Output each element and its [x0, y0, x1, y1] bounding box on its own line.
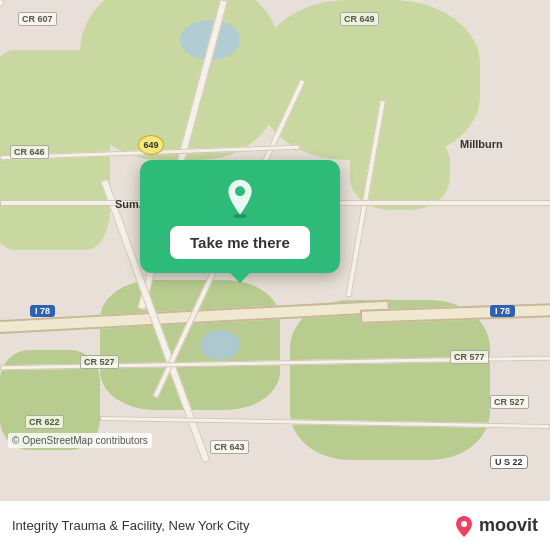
label-cr622: CR 622: [25, 415, 64, 429]
location-pin-icon: [220, 178, 260, 218]
take-me-there-card[interactable]: Take me there: [140, 160, 340, 273]
place-name-label: Integrity Trauma & Facility, New York Ci…: [12, 518, 249, 533]
label-cr577: CR 577: [450, 350, 489, 364]
moovit-logo-label: moovit: [479, 515, 538, 536]
take-me-there-overlay: Take me there: [140, 160, 340, 273]
label-cr607: CR 607: [18, 12, 57, 26]
green-area-4: [290, 300, 490, 460]
take-me-there-button[interactable]: Take me there: [170, 226, 310, 259]
svg-point-2: [461, 521, 467, 527]
label-i78-east: I 78: [490, 305, 515, 317]
label-cr649: CR 649: [340, 12, 379, 26]
label-us22: U S 22: [490, 455, 528, 469]
osm-credit: © OpenStreetMap contributors: [8, 433, 152, 448]
water-area-2: [200, 330, 240, 360]
label-cr527-top: CR 527: [490, 395, 529, 409]
label-cr643: CR 643: [210, 440, 249, 454]
green-area-1: [80, 0, 280, 160]
svg-point-1: [235, 186, 245, 196]
label-route649: 649: [138, 135, 164, 155]
map-container: CR 649 CR 607 CR 646 CR 527 CR 527 CR 62…: [0, 0, 550, 500]
label-cr527-bot: CR 527: [80, 355, 119, 369]
label-cr646: CR 646: [10, 145, 49, 159]
label-i78-west: I 78: [30, 305, 55, 317]
green-area-3: [100, 280, 280, 410]
label-millburn: Millburn: [460, 138, 503, 150]
moovit-pin-icon: [453, 515, 475, 537]
moovit-logo: moovit: [453, 515, 538, 537]
bottom-bar: Integrity Trauma & Facility, New York Ci…: [0, 500, 550, 550]
